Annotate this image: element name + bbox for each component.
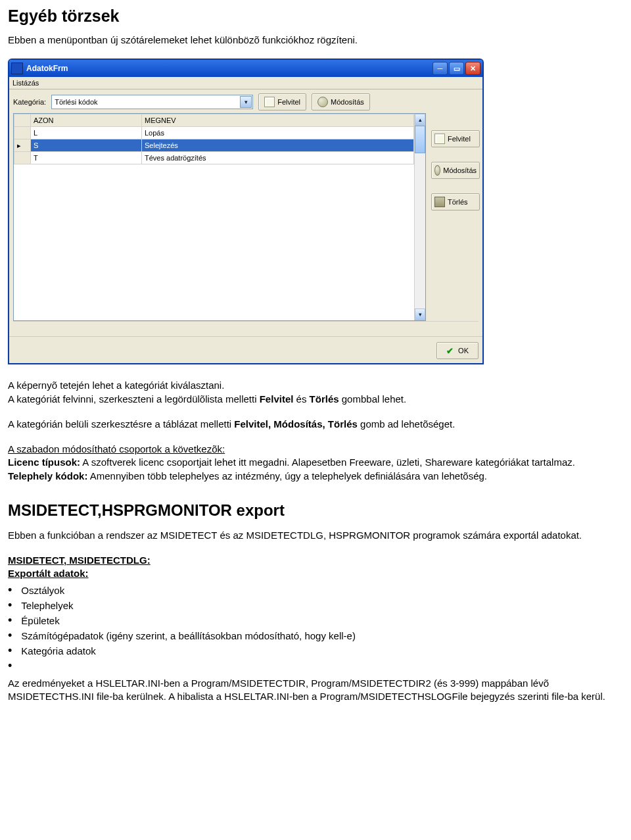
side-modositas-button[interactable]: Módosítás [431, 162, 480, 179]
grid-table: AZON MEGNEV L Lopás ▸ S Selejtezés [14, 114, 414, 164]
list-item: •Osztályok [8, 584, 623, 596]
paragraph: Ebben a funkcióban a rendszer az MSIDETE… [8, 529, 623, 542]
kategoria-label: Kategória: [13, 98, 46, 106]
ok-button[interactable]: ✔ OK [436, 342, 479, 359]
scroll-down-icon[interactable]: ▾ [415, 309, 425, 320]
adatokfrm-window: AdatokFrm ─ ▭ ✕ Listázás Kategória: Törl… [8, 59, 484, 364]
ok-label: OK [458, 347, 469, 355]
list-item: •Számítógépadatok (igény szerint, a beál… [8, 630, 623, 641]
window-title: AdatokFrm [26, 64, 431, 73]
intro-paragraph: Ebben a menüpontban új szótárelemeket le… [8, 34, 623, 47]
grid-corner [14, 114, 31, 127]
col-azon[interactable]: AZON [31, 114, 142, 127]
list-item: •Telephelyek [8, 599, 623, 611]
menu-listazas[interactable]: Listázás [12, 79, 39, 87]
table-row[interactable]: L Lopás [14, 127, 414, 139]
scroll-thumb[interactable] [415, 126, 425, 153]
paragraph: A kategórián belüli szerkesztésre a tábl… [8, 418, 623, 431]
list-item: •Kategória adatok [8, 645, 623, 656]
delete-icon [434, 197, 445, 207]
document-icon [264, 97, 275, 107]
page-title: Egyéb törzsek [8, 7, 623, 26]
cell-azon: S [31, 139, 142, 152]
felvitel-label: Felvitel [277, 98, 300, 106]
cell-megnev: Téves adatrögzítés [142, 152, 414, 164]
modify-icon [317, 97, 328, 107]
table-row[interactable]: ▸ S Selejtezés [14, 139, 414, 152]
menubar: Listázás [9, 77, 482, 89]
vertical-scrollbar[interactable]: ▴ ▾ [414, 114, 425, 320]
side-modositas-label: Módosítás [443, 166, 477, 174]
export-bullet-list: •Osztályok •Telephelyek •Épületek •Számí… [8, 584, 623, 672]
modositas-button[interactable]: Módosítás [312, 93, 370, 111]
kategoria-value: Törlési kódok [55, 98, 97, 106]
row-head[interactable] [14, 152, 31, 164]
document-icon [434, 134, 445, 144]
subhead: A szabadon módosítható csoportok a követ… [8, 443, 225, 455]
col-megnev[interactable]: MEGNEV [142, 114, 414, 127]
paragraph: A szabadon módosítható csoportok a követ… [8, 443, 623, 483]
modositas-label: Módosítás [331, 98, 364, 106]
data-grid[interactable]: AZON MEGNEV L Lopás ▸ S Selejtezés [13, 113, 426, 321]
client-area: Kategória: Törlési kódok ▾ Felvitel Módo… [9, 89, 482, 336]
table-row[interactable]: T Téves adatrögzítés [14, 152, 414, 164]
felvitel-button[interactable]: Felvitel [258, 93, 306, 111]
close-button[interactable]: ✕ [465, 62, 480, 75]
scroll-up-icon[interactable]: ▴ [415, 114, 425, 126]
check-icon: ✔ [446, 346, 454, 356]
side-felvitel-button[interactable]: Felvitel [431, 130, 480, 147]
minimize-button[interactable]: ─ [432, 62, 448, 75]
list-item: •Épületek [8, 614, 623, 626]
scroll-track[interactable] [415, 126, 425, 309]
horizontal-scrollbar[interactable] [13, 321, 479, 331]
grid-header-row: AZON MEGNEV [14, 114, 414, 127]
paragraph: MSIDETECT, MSIDETECTDLG: Exportált adato… [8, 554, 623, 581]
app-icon [11, 62, 23, 74]
cell-megnev: Lopás [142, 127, 414, 139]
category-row: Kategória: Törlési kódok ▾ Felvitel Módo… [13, 93, 479, 111]
side-button-panel: Felvitel Módosítás Törlés [431, 113, 479, 210]
kategoria-combo[interactable]: Törlési kódok ▾ [51, 95, 253, 109]
paragraph: A képernyõ tetején lehet a kategóriát ki… [8, 379, 623, 406]
footer-bar: ✔ OK [9, 336, 482, 363]
row-head[interactable]: ▸ [14, 139, 31, 152]
list-item: • [8, 660, 623, 672]
modify-icon [434, 165, 440, 176]
side-felvitel-label: Felvitel [448, 135, 471, 143]
maximize-button[interactable]: ▭ [449, 62, 464, 75]
cell-azon: T [31, 152, 142, 164]
side-torles-label: Törlés [448, 198, 468, 206]
cell-azon: L [31, 127, 142, 139]
cell-megnev: Selejtezés [142, 139, 414, 152]
row-head[interactable] [14, 127, 31, 139]
section-title: MSIDETECT,HSPRGMONITOR export [8, 501, 623, 520]
chevron-down-icon[interactable]: ▾ [240, 96, 252, 108]
side-torles-button[interactable]: Törlés [431, 193, 480, 210]
paragraph: Az eredményeket a HSLELTAR.INI-ben a Pro… [8, 677, 623, 704]
titlebar: AdatokFrm ─ ▭ ✕ [9, 60, 482, 77]
